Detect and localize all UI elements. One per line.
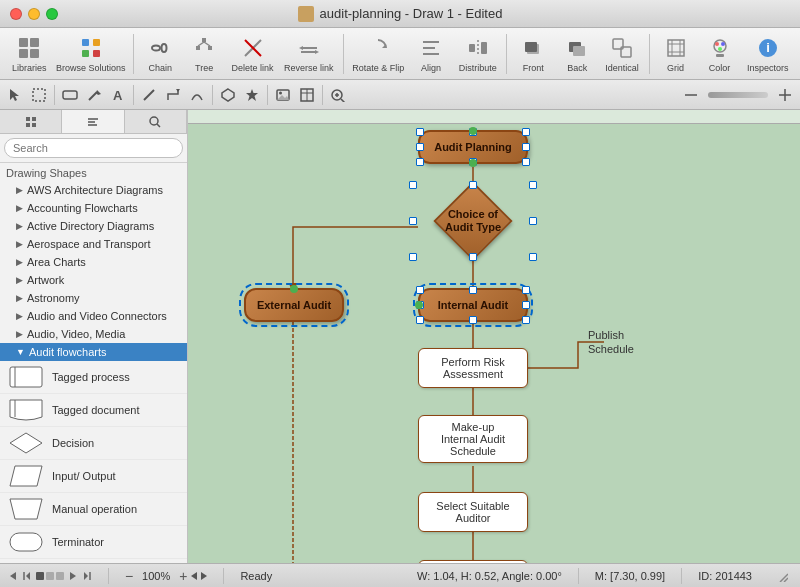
handle-tr[interactable] (522, 286, 530, 294)
zoom-out-tb[interactable] (680, 84, 702, 106)
sidebar-item-area-charts[interactable]: ▶ Area Charts (0, 253, 187, 271)
send-off-shape[interactable]: Send offPre-AuditQuestionnaire (418, 560, 528, 563)
draw-shape-tool[interactable] (59, 84, 81, 106)
toolbar-chain[interactable]: Chain (140, 32, 180, 75)
handle-mr[interactable] (522, 143, 530, 151)
handle-tl[interactable] (416, 128, 424, 136)
window-controls[interactable] (10, 8, 58, 20)
text-tool[interactable]: A (107, 84, 129, 106)
sidebar-scroll[interactable]: ▶ AWS Architecture Diagrams ▶ Accounting… (0, 181, 187, 563)
minimize-button[interactable] (28, 8, 40, 20)
zoom-slider[interactable] (708, 92, 768, 98)
toolbar-grid[interactable]: Grid (656, 32, 696, 75)
maximize-button[interactable] (46, 8, 58, 20)
search-input[interactable] (4, 138, 183, 158)
handle-bl[interactable] (416, 158, 424, 166)
toolbar-align[interactable]: Align (411, 32, 451, 75)
canvas-area[interactable]: Audit Planning Choice ofAudit Type (188, 110, 800, 563)
table-tool[interactable] (296, 84, 318, 106)
page-dot-2[interactable] (46, 572, 54, 580)
search-icon-tab[interactable] (125, 110, 187, 133)
pen-tool[interactable] (83, 84, 105, 106)
toolbar-tree[interactable]: Tree (184, 32, 224, 75)
handle-br[interactable] (522, 316, 530, 324)
handle-mr[interactable] (522, 301, 530, 309)
toolbar-delete-link[interactable]: Delete link (228, 32, 277, 75)
pointer-tool[interactable] (4, 84, 26, 106)
handle-tr[interactable] (522, 128, 530, 136)
zoom-arrows[interactable] (191, 571, 207, 581)
shape-tagged-document[interactable]: Tagged document (0, 394, 187, 427)
search-tab[interactable] (62, 110, 124, 133)
sidebar-item-aerospace[interactable]: ▶ Aerospace and Transport (0, 235, 187, 253)
zoom-in-button[interactable]: + (179, 568, 187, 584)
connector-top[interactable] (469, 127, 477, 135)
shape-decision[interactable]: Decision (0, 427, 187, 460)
toolbar-rotate-flip[interactable]: Rotate & Flip (349, 32, 407, 75)
page-nav-next[interactable] (68, 571, 78, 581)
page-dot-3[interactable] (56, 572, 64, 580)
diamond-handle-tc[interactable] (469, 181, 477, 189)
sidebar-item-aws[interactable]: ▶ AWS Architecture Diagrams (0, 181, 187, 199)
diamond-handle-tl[interactable] (409, 181, 417, 189)
zoom-out-button[interactable]: − (125, 568, 133, 584)
page-nav-last[interactable] (82, 571, 92, 581)
handle-bl[interactable] (416, 316, 424, 324)
sidebar-item-audio-video-media[interactable]: ▶ Audio, Video, Media (0, 325, 187, 343)
toolbar-browse-solutions[interactable]: Browse Solutions (54, 32, 127, 75)
toolbar-inspectors[interactable]: i Inspectors (744, 32, 792, 75)
page-nav-prev[interactable] (8, 571, 18, 581)
handle-tl[interactable] (416, 286, 424, 294)
diamond-handle-br[interactable] (529, 253, 537, 261)
shape-manual-file[interactable]: Manual file (0, 559, 187, 563)
zoom-in-tb2[interactable] (774, 84, 796, 106)
resize-handle[interactable] (772, 568, 792, 584)
page-nav-first[interactable] (22, 571, 32, 581)
diamond-handle-bl[interactable] (409, 253, 417, 261)
line-tool[interactable] (138, 84, 160, 106)
toolbar-reverse-link[interactable]: Reverse link (281, 32, 336, 75)
sidebar-item-astronomy[interactable]: ▶ Astronomy (0, 289, 187, 307)
choice-audit-type-shape[interactable]: Choice ofAudit Type (413, 185, 533, 257)
close-button[interactable] (10, 8, 22, 20)
select-tool[interactable] (28, 84, 50, 106)
shape-tagged-process[interactable]: Tagged process (0, 361, 187, 394)
star-tool[interactable] (241, 84, 263, 106)
handle-ml[interactable] (416, 143, 424, 151)
external-audit-shape[interactable]: External Audit (244, 288, 344, 322)
handle-br[interactable] (522, 158, 530, 166)
toolbar-libraries[interactable]: Libraries (8, 32, 50, 75)
make-up-shape[interactable]: Make-upInternal AuditSchedule (418, 415, 528, 463)
internal-audit-shape[interactable]: Internal Audit (418, 288, 528, 322)
diamond-handle-tr[interactable] (529, 181, 537, 189)
toolbar-identical[interactable]: Identical (601, 32, 642, 75)
sidebar-item-active-directory[interactable]: ▶ Active Directory Diagrams (0, 217, 187, 235)
diamond-handle-bc[interactable] (469, 253, 477, 261)
diamond-handle-ml[interactable] (409, 217, 417, 225)
zoom-level[interactable]: 100% (137, 570, 175, 582)
image-tool[interactable] (272, 84, 294, 106)
toolbar-back[interactable]: Back (557, 32, 597, 75)
connector-left[interactable] (415, 301, 423, 309)
handle-bc[interactable] (469, 316, 477, 324)
page-dot-1[interactable] (36, 572, 44, 580)
shape-input-output[interactable]: Input/ Output (0, 460, 187, 493)
zoom-in-toolbar[interactable] (327, 84, 349, 106)
connector-top[interactable] (290, 285, 298, 293)
sidebar-item-audit-flowcharts[interactable]: ▼ Audit flowcharts (0, 343, 187, 361)
connector-tool[interactable] (162, 84, 184, 106)
shape-terminator[interactable]: Terminator (0, 526, 187, 559)
toolbar-front[interactable]: Front (513, 32, 553, 75)
diamond-handle-mr[interactable] (529, 217, 537, 225)
handle-tc[interactable] (469, 286, 477, 294)
sidebar-item-audio-video[interactable]: ▶ Audio and Video Connectors (0, 307, 187, 325)
toolbar-color[interactable]: Color (700, 32, 740, 75)
connector-bottom[interactable] (469, 159, 477, 167)
sidebar-item-accounting[interactable]: ▶ Accounting Flowcharts (0, 199, 187, 217)
toolbar-distribute[interactable]: Distribute (455, 32, 500, 75)
polygon-tool[interactable] (217, 84, 239, 106)
audit-planning-shape[interactable]: Audit Planning (418, 130, 528, 164)
curve-tool[interactable] (186, 84, 208, 106)
sidebar-item-artwork[interactable]: ▶ Artwork (0, 271, 187, 289)
select-auditor-shape[interactable]: Select SuitableAuditor (418, 492, 528, 532)
